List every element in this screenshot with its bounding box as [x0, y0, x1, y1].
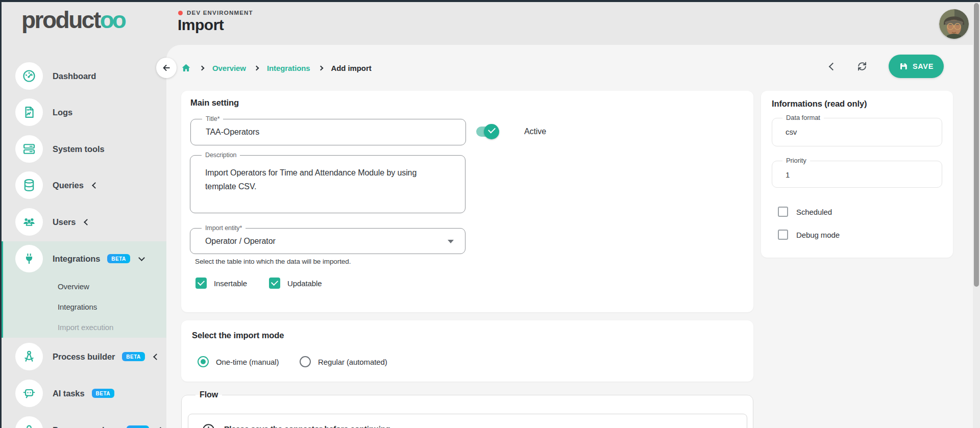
beta-badge: BETA	[127, 425, 149, 428]
radio-selected[interactable]	[198, 356, 209, 367]
breadcrumb-link-overview[interactable]: Overview	[212, 64, 246, 72]
title-field-value[interactable]: TAA-Operators	[206, 128, 259, 137]
sidebar-subitem-overview[interactable]: Overview	[0, 276, 166, 296]
priority-field: Priority 1	[772, 161, 942, 188]
logo-text-product: product	[21, 7, 100, 33]
save-button-label: SAVE	[913, 62, 934, 70]
one-time-option: One-time (manual)	[198, 356, 279, 367]
sidebar-item-label: AI tasks	[53, 389, 85, 398]
sidebar-item-system-tools[interactable]: System tools	[0, 135, 166, 163]
description-field-value[interactable]: Import Operators for Time and Attendance…	[205, 166, 426, 193]
home-icon[interactable]	[181, 63, 191, 73]
window-frame-top	[0, 0, 980, 2]
sidebar-item-label: Process builder	[53, 352, 115, 362]
breadcrumb-link-integrations[interactable]: Integrations	[267, 64, 310, 72]
flow-section: Flow Please save the connector before co…	[181, 390, 753, 428]
active-toggle-label: Active	[524, 127, 546, 136]
arrow-left-icon	[161, 63, 172, 73]
data-format-field: Data format csv	[772, 118, 942, 146]
sidebar-item-dashboard[interactable]: Dashboard	[0, 62, 166, 90]
scrollbar[interactable]	[973, 2, 980, 428]
debug-checkbox-row: Debug mode	[778, 230, 840, 240]
app-logo[interactable]: productoo	[21, 6, 125, 34]
floppy-icon	[899, 62, 908, 71]
scheduled-checkbox-row: Scheduled	[778, 207, 832, 217]
description-field[interactable]: Description Import Operators for Time an…	[190, 155, 465, 213]
insertable-label: Insertable	[214, 279, 247, 288]
entity-field-label: Import entity*	[202, 224, 246, 232]
import-entity-select[interactable]: Import entity* Operator / Operator	[190, 228, 465, 254]
beta-badge: BETA	[92, 389, 114, 398]
beta-badge: BETA	[122, 352, 144, 361]
scrollbar-thumb[interactable]	[974, 3, 979, 287]
debug-checkbox[interactable]	[778, 230, 788, 240]
breadcrumb-separator-icon	[254, 65, 259, 70]
sidebar-item-process-builder[interactable]: Process builder BETA	[0, 343, 166, 370]
regular-label: Regular (automated)	[318, 358, 387, 366]
logo-text-oo: oo	[100, 7, 125, 33]
back-button[interactable]	[156, 58, 177, 78]
breadcrumb-separator-icon	[318, 65, 323, 70]
page-title: Import	[178, 16, 224, 34]
scheduled-label: Scheduled	[796, 208, 832, 216]
updatable-checkbox[interactable]	[269, 278, 280, 289]
avatar[interactable]	[939, 9, 969, 39]
sidebar-subitem-import-execution[interactable]: Import execution	[0, 317, 166, 337]
env-dot-icon	[178, 11, 183, 15]
beta-badge: BETA	[107, 254, 130, 263]
one-time-label: One-time (manual)	[216, 358, 279, 366]
save-button[interactable]: SAVE	[889, 55, 944, 78]
chevron-left-icon	[84, 219, 91, 225]
sidebar-item-label: Process workers	[53, 425, 119, 428]
dropdown-caret-icon	[448, 240, 454, 243]
sidebar-item-users[interactable]: Users	[0, 208, 166, 236]
main-setting-card: Main setting Title* TAA-Operators Active…	[181, 91, 753, 312]
sidebar-item-queries[interactable]: Queries	[0, 171, 166, 199]
data-format-label: Data format	[782, 114, 824, 121]
insertable-checkbox-row: Insertable	[195, 278, 247, 289]
title-field[interactable]: Title* TAA-Operators	[190, 119, 466, 145]
users-icon	[15, 208, 43, 236]
sidebar-item-process-workers[interactable]: Process workers BETA	[0, 416, 166, 428]
breadcrumb-current: Add import	[331, 64, 372, 72]
refresh-icon[interactable]	[856, 60, 868, 72]
sidebar-item-label: Queries	[53, 181, 84, 190]
collapse-panel-icon[interactable]	[829, 62, 837, 70]
radio-unselected[interactable]	[300, 356, 311, 367]
gauge-icon	[15, 62, 43, 90]
sidebar-item-label: Logs	[53, 108, 72, 117]
environment-indicator: DEV ENVIRONMENT	[178, 10, 253, 16]
priority-value: 1	[786, 170, 790, 179]
flow-notice: Please save the connector before continu…	[188, 414, 747, 428]
priority-label: Priority	[782, 157, 810, 164]
info-icon	[202, 423, 215, 428]
window-frame-left	[0, 0, 2, 428]
compass-icon	[15, 343, 43, 370]
sidebar-subitem-integrations[interactable]: Integrations	[0, 296, 166, 317]
chevron-left-icon	[92, 182, 99, 189]
sidebar-item-integrations[interactable]: Integrations BETA	[0, 245, 166, 272]
import-mode-card: Select the import mode One-time (manual)…	[181, 320, 753, 382]
app-header: productoo DEV ENVIRONMENT Import	[0, 2, 980, 45]
regular-option: Regular (automated)	[300, 356, 387, 367]
card-title: Informations (read only)	[772, 99, 867, 109]
robot-icon	[15, 380, 43, 407]
insertable-checkbox[interactable]	[195, 278, 207, 289]
flow-title: Flow	[195, 390, 222, 399]
database-icon	[15, 171, 43, 199]
chevron-left-icon	[153, 354, 160, 360]
toolbar: SAVE	[830, 55, 963, 78]
person-icon	[15, 416, 43, 428]
informations-card: Informations (read only) Data format csv…	[761, 91, 953, 258]
sidebar-item-ai-tasks[interactable]: AI tasks BETA	[0, 380, 166, 407]
scheduled-checkbox[interactable]	[778, 207, 788, 217]
card-title: Select the import mode	[192, 331, 284, 340]
content-panel: Overview Integrations Add import SAVE Ma…	[166, 45, 980, 428]
sidebar-item-label: Integrations	[53, 254, 100, 264]
sidebar-item-logs[interactable]: Logs	[0, 98, 166, 126]
sidebar-item-label: System tools	[53, 144, 105, 154]
plug-icon	[15, 245, 43, 272]
active-toggle[interactable]: Active	[476, 127, 546, 137]
updatable-checkbox-row: Updatable	[269, 278, 322, 289]
sidebar: Dashboard Logs System tools Queries User…	[0, 45, 166, 428]
